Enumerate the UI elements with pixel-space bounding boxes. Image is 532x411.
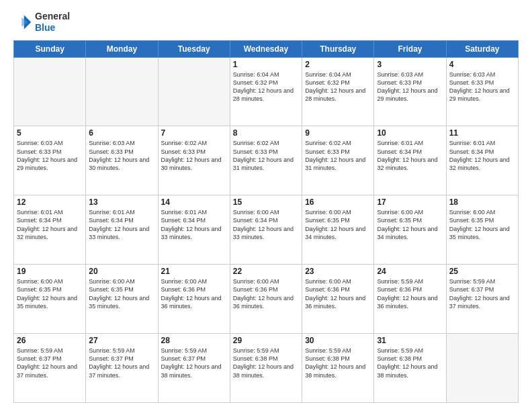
calendar-day-cell: 18Sunrise: 6:00 AMSunset: 6:35 PMDayligh… xyxy=(446,195,518,265)
calendar-day-cell: 6Sunrise: 6:03 AMSunset: 6:33 PMDaylight… xyxy=(86,126,158,195)
calendar-day-cell: 9Sunrise: 6:02 AMSunset: 6:33 PMDaylight… xyxy=(302,126,374,195)
logo-text: General Blue xyxy=(35,11,70,34)
calendar-day-cell: 23Sunrise: 6:00 AMSunset: 6:36 PMDayligh… xyxy=(302,265,374,334)
calendar-day-cell xyxy=(446,334,518,403)
calendar-day-cell: 25Sunrise: 5:59 AMSunset: 6:37 PMDayligh… xyxy=(446,265,518,334)
day-info: Sunrise: 6:00 AMSunset: 6:35 PMDaylight:… xyxy=(305,208,371,241)
calendar-day-cell: 28Sunrise: 5:59 AMSunset: 6:37 PMDayligh… xyxy=(158,334,230,403)
calendar-day-cell: 5Sunrise: 6:03 AMSunset: 6:33 PMDaylight… xyxy=(14,126,86,195)
day-info: Sunrise: 6:00 AMSunset: 6:35 PMDaylight:… xyxy=(449,208,515,241)
day-info: Sunrise: 5:59 AMSunset: 6:38 PMDaylight:… xyxy=(377,347,443,379)
calendar-day-cell: 8Sunrise: 6:02 AMSunset: 6:33 PMDaylight… xyxy=(230,126,302,195)
calendar-day-cell: 10Sunrise: 6:01 AMSunset: 6:34 PMDayligh… xyxy=(374,126,446,195)
day-number: 25 xyxy=(449,267,515,276)
calendar-day-cell: 14Sunrise: 6:01 AMSunset: 6:34 PMDayligh… xyxy=(158,195,230,265)
day-info: Sunrise: 6:02 AMSunset: 6:33 PMDaylight:… xyxy=(161,139,227,172)
calendar-day-cell: 2Sunrise: 6:04 AMSunset: 6:32 PMDaylight… xyxy=(302,57,374,126)
weekday-header: Monday xyxy=(86,40,158,57)
day-info: Sunrise: 6:01 AMSunset: 6:34 PMDaylight:… xyxy=(449,139,515,172)
calendar-week-row: 26Sunrise: 5:59 AMSunset: 6:37 PMDayligh… xyxy=(14,334,519,403)
day-info: Sunrise: 6:00 AMSunset: 6:35 PMDaylight:… xyxy=(89,277,154,310)
day-number: 16 xyxy=(305,197,371,207)
day-number: 27 xyxy=(89,336,154,345)
day-info: Sunrise: 6:01 AMSunset: 6:34 PMDaylight:… xyxy=(17,208,83,241)
day-number: 18 xyxy=(449,197,515,207)
day-info: Sunrise: 6:03 AMSunset: 6:33 PMDaylight:… xyxy=(17,139,83,172)
day-number: 9 xyxy=(305,128,371,138)
calendar-day-cell: 31Sunrise: 5:59 AMSunset: 6:38 PMDayligh… xyxy=(374,334,446,403)
day-info: Sunrise: 6:02 AMSunset: 6:33 PMDaylight:… xyxy=(305,139,371,172)
day-number: 26 xyxy=(17,336,83,345)
day-number: 20 xyxy=(89,267,154,276)
day-info: Sunrise: 6:03 AMSunset: 6:33 PMDaylight:… xyxy=(449,71,515,103)
day-number: 12 xyxy=(17,197,83,207)
day-number: 4 xyxy=(449,60,515,69)
day-info: Sunrise: 6:00 AMSunset: 6:36 PMDaylight:… xyxy=(161,277,227,310)
calendar-day-cell: 11Sunrise: 6:01 AMSunset: 6:34 PMDayligh… xyxy=(446,126,518,195)
day-number: 17 xyxy=(377,197,443,207)
day-info: Sunrise: 6:00 AMSunset: 6:36 PMDaylight:… xyxy=(305,277,371,310)
calendar-day-cell: 27Sunrise: 5:59 AMSunset: 6:37 PMDayligh… xyxy=(86,334,158,403)
calendar-page: General Blue SundayMondayTuesdayWednesda… xyxy=(0,0,532,411)
calendar-week-row: 5Sunrise: 6:03 AMSunset: 6:33 PMDaylight… xyxy=(14,126,519,195)
calendar-day-cell: 1Sunrise: 6:04 AMSunset: 6:32 PMDaylight… xyxy=(230,57,302,126)
day-info: Sunrise: 5:59 AMSunset: 6:37 PMDaylight:… xyxy=(17,347,83,379)
logo-icon xyxy=(13,13,32,32)
calendar-day-cell: 7Sunrise: 6:02 AMSunset: 6:33 PMDaylight… xyxy=(158,126,230,195)
day-info: Sunrise: 6:01 AMSunset: 6:34 PMDaylight:… xyxy=(89,208,154,241)
day-number: 8 xyxy=(233,128,299,138)
day-number: 5 xyxy=(17,128,83,138)
calendar-day-cell: 17Sunrise: 6:00 AMSunset: 6:35 PMDayligh… xyxy=(374,195,446,265)
day-number: 30 xyxy=(305,336,371,345)
day-number: 31 xyxy=(377,336,443,345)
day-number: 28 xyxy=(161,336,227,345)
calendar-day-cell: 12Sunrise: 6:01 AMSunset: 6:34 PMDayligh… xyxy=(14,195,86,265)
calendar-day-cell xyxy=(158,57,230,126)
calendar-day-cell: 15Sunrise: 6:00 AMSunset: 6:34 PMDayligh… xyxy=(230,195,302,265)
calendar-day-cell: 19Sunrise: 6:00 AMSunset: 6:35 PMDayligh… xyxy=(14,265,86,334)
calendar-day-cell: 13Sunrise: 6:01 AMSunset: 6:34 PMDayligh… xyxy=(86,195,158,265)
calendar-day-cell: 22Sunrise: 6:00 AMSunset: 6:36 PMDayligh… xyxy=(230,265,302,334)
calendar-day-cell: 29Sunrise: 5:59 AMSunset: 6:38 PMDayligh… xyxy=(230,334,302,403)
day-number: 11 xyxy=(449,128,515,138)
day-info: Sunrise: 6:00 AMSunset: 6:35 PMDaylight:… xyxy=(377,208,443,241)
calendar-week-row: 12Sunrise: 6:01 AMSunset: 6:34 PMDayligh… xyxy=(14,195,519,265)
day-info: Sunrise: 5:59 AMSunset: 6:38 PMDaylight:… xyxy=(305,347,371,379)
weekday-header: Sunday xyxy=(14,40,86,57)
header: General Blue xyxy=(13,11,519,34)
day-info: Sunrise: 5:59 AMSunset: 6:37 PMDaylight:… xyxy=(449,277,515,310)
weekday-header: Saturday xyxy=(446,40,518,57)
day-number: 15 xyxy=(233,197,299,207)
calendar-day-cell: 20Sunrise: 6:00 AMSunset: 6:35 PMDayligh… xyxy=(86,265,158,334)
day-number: 10 xyxy=(377,128,443,138)
day-info: Sunrise: 6:00 AMSunset: 6:36 PMDaylight:… xyxy=(233,277,299,310)
day-info: Sunrise: 6:04 AMSunset: 6:32 PMDaylight:… xyxy=(233,71,299,103)
weekday-header: Friday xyxy=(374,40,446,57)
day-info: Sunrise: 6:00 AMSunset: 6:35 PMDaylight:… xyxy=(17,277,83,310)
day-number: 2 xyxy=(305,60,371,69)
day-info: Sunrise: 6:01 AMSunset: 6:34 PMDaylight:… xyxy=(161,208,227,241)
day-info: Sunrise: 5:59 AMSunset: 6:37 PMDaylight:… xyxy=(161,347,227,379)
day-number: 1 xyxy=(233,60,299,69)
day-info: Sunrise: 6:02 AMSunset: 6:33 PMDaylight:… xyxy=(233,139,299,172)
calendar-day-cell: 4Sunrise: 6:03 AMSunset: 6:33 PMDaylight… xyxy=(446,57,518,126)
day-info: Sunrise: 5:59 AMSunset: 6:37 PMDaylight:… xyxy=(89,347,154,379)
weekday-header: Wednesday xyxy=(230,40,302,57)
day-number: 29 xyxy=(233,336,299,345)
calendar-day-cell xyxy=(14,57,86,126)
day-number: 6 xyxy=(89,128,154,138)
day-number: 14 xyxy=(161,197,227,207)
day-number: 19 xyxy=(17,267,83,276)
day-info: Sunrise: 6:00 AMSunset: 6:34 PMDaylight:… xyxy=(233,208,299,241)
calendar-day-cell: 26Sunrise: 5:59 AMSunset: 6:37 PMDayligh… xyxy=(14,334,86,403)
day-number: 24 xyxy=(377,267,443,276)
calendar-day-cell xyxy=(86,57,158,126)
day-number: 13 xyxy=(89,197,154,207)
day-number: 3 xyxy=(377,60,443,69)
day-info: Sunrise: 6:01 AMSunset: 6:34 PMDaylight:… xyxy=(377,139,443,172)
calendar-header-row: SundayMondayTuesdayWednesdayThursdayFrid… xyxy=(14,40,519,57)
weekday-header: Thursday xyxy=(302,40,374,57)
day-info: Sunrise: 6:04 AMSunset: 6:32 PMDaylight:… xyxy=(305,71,371,103)
calendar-table: SundayMondayTuesdayWednesdayThursdayFrid… xyxy=(13,40,519,403)
calendar-day-cell: 24Sunrise: 5:59 AMSunset: 6:36 PMDayligh… xyxy=(374,265,446,334)
